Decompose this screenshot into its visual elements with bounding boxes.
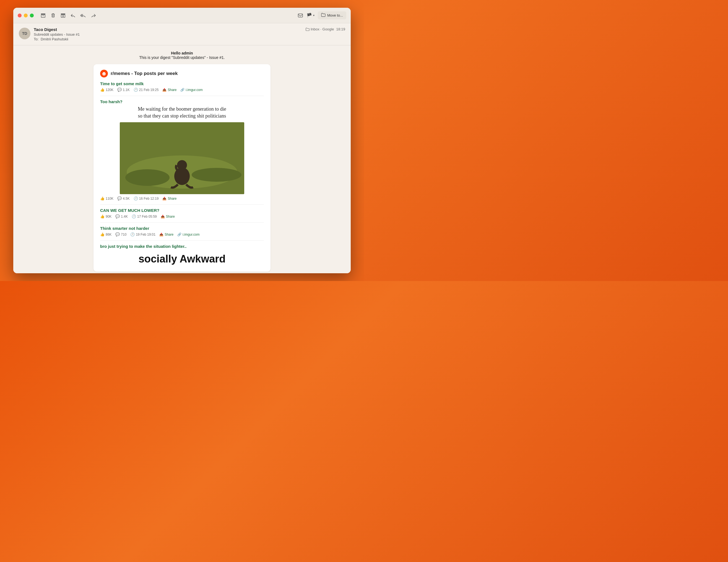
post-4-comments: 💬 710 xyxy=(115,232,126,236)
subreddit-title: r/memes - Top posts per week xyxy=(111,71,178,76)
post-4-share-link[interactable]: Share xyxy=(165,233,173,236)
post-1: Time to get some milk 👍 120K 💬 1.1K 🕐 21… xyxy=(100,81,264,92)
svg-point-24 xyxy=(177,160,187,170)
bottom-image-text: socially Awkward xyxy=(100,253,264,265)
maximize-button[interactable] xyxy=(30,14,34,17)
move-to-label: Move to... xyxy=(327,13,343,17)
post-1-external[interactable]: 🔗 i.imgur.com xyxy=(180,88,202,92)
divider-2 xyxy=(100,204,264,205)
post-1-comments: 💬 1.1K xyxy=(117,88,130,92)
email-hello: Hello admin xyxy=(22,51,342,55)
svg-point-22 xyxy=(192,168,241,182)
post-3-date: 🕐 17 Feb 05:59 xyxy=(132,214,157,218)
post-3-share[interactable]: 📤 Share xyxy=(161,215,175,218)
post-2-share-link[interactable]: Share xyxy=(168,197,176,201)
email-content[interactable]: Hello admin This is your digest "Subredd… xyxy=(13,45,351,273)
flag-icon: 🏴 xyxy=(306,13,312,18)
comment-icon-2: 💬 xyxy=(117,196,122,201)
email-header: TD Taco Digest Subreddit updates - Issue… xyxy=(13,23,351,45)
post-1-date: 🕐 21 Feb 19:25 xyxy=(134,88,159,92)
svg-point-21 xyxy=(125,169,170,186)
email-meta: Taco Digest Subreddit updates - Issue #1… xyxy=(34,27,306,41)
post-3-stats: 👍 90K 💬 1.4K 🕐 17 Feb 05:59 📤 Share xyxy=(100,214,264,218)
to-name: Dmitrii Pashutskii xyxy=(41,37,68,41)
post-2-share[interactable]: 📤 Share xyxy=(162,197,176,201)
flag-button[interactable]: 🏴 ▾ xyxy=(306,13,314,18)
share-icon-2: 📤 xyxy=(162,197,167,201)
move-to-button[interactable]: Move to... xyxy=(318,11,346,19)
email-intro-sub: This is your digest "Subreddit updates" … xyxy=(22,55,342,60)
toolbar-actions xyxy=(40,13,96,18)
meme-container: Me waiting for the boomer generation to … xyxy=(100,106,264,194)
post-3-upvotes: 👍 90K xyxy=(100,214,111,218)
svg-rect-11 xyxy=(298,14,303,17)
inbox-label: Inbox · Google xyxy=(306,27,334,31)
svg-rect-8 xyxy=(61,14,65,14)
post-1-upvotes: 👍 120K xyxy=(100,88,113,92)
divider-1 xyxy=(100,96,264,96)
post-4-external[interactable]: 🔗 i.imgur.com xyxy=(177,233,199,236)
svg-point-14 xyxy=(105,74,105,74)
post-2: Too harsh? Me waiting for the boomer gen… xyxy=(100,99,264,201)
email-subject: Subreddit updates - Issue #1 xyxy=(34,32,306,37)
archive-alt-icon[interactable] xyxy=(60,13,66,18)
post-4: Think smarter not harder 👍 86K 💬 710 🕐 1… xyxy=(100,226,264,236)
mailbox-icon[interactable] xyxy=(298,13,303,18)
post-2-comments: 💬 4.5K xyxy=(117,196,130,201)
folder-icon xyxy=(321,13,326,18)
clock-icon-2: 🕐 xyxy=(134,196,138,201)
post-1-share-link[interactable]: Share xyxy=(168,88,176,92)
external-icon: 🔗 xyxy=(180,88,184,92)
close-button[interactable] xyxy=(18,14,22,17)
post-3-comments: 💬 1.4K xyxy=(115,214,128,218)
clock-icon: 🕐 xyxy=(134,88,138,92)
upvote-icon-2: 👍 xyxy=(100,196,105,201)
post-1-share[interactable]: 📤 Share xyxy=(162,88,176,92)
titlebar-right: 🏴 ▾ Move to... xyxy=(298,11,346,19)
email-window: 🏴 ▾ Move to... TD Taco Digest Subreddit … xyxy=(13,8,351,273)
post-4-share[interactable]: 📤 Share xyxy=(159,233,173,236)
reddit-card: r/memes - Top posts per week Time to get… xyxy=(93,64,271,272)
minimize-button[interactable] xyxy=(24,14,28,17)
post-5-title[interactable]: bro just trying to make the situation li… xyxy=(100,244,264,249)
svg-rect-0 xyxy=(41,14,45,14)
email-meta-right: Inbox · Google 18:19 xyxy=(306,27,345,31)
divider-3 xyxy=(100,222,264,223)
meme-figure-svg xyxy=(120,122,244,194)
svg-rect-1 xyxy=(41,15,45,17)
titlebar: 🏴 ▾ Move to... xyxy=(13,8,351,23)
post-2-title[interactable]: Too harsh? xyxy=(100,99,264,104)
subreddit-header: r/memes - Top posts per week xyxy=(100,70,264,77)
post-1-title[interactable]: Time to get some milk xyxy=(100,81,264,86)
post-3-share-link[interactable]: Share xyxy=(166,215,175,218)
meme-text: Me waiting for the boomer generation to … xyxy=(100,106,264,119)
post-1-stats: 👍 120K 💬 1.1K 🕐 21 Feb 19:25 📤 Share xyxy=(100,88,264,92)
post-1-imgur-link[interactable]: i.imgur.com xyxy=(186,88,202,92)
reddit-logo xyxy=(100,70,108,77)
post-2-date: 🕐 16 Feb 12:19 xyxy=(134,196,159,201)
post-4-title[interactable]: Think smarter not harder xyxy=(100,226,264,231)
share-icon-4: 📤 xyxy=(159,233,163,236)
flag-dropdown-icon: ▾ xyxy=(313,14,314,17)
post-5: bro just trying to make the situation li… xyxy=(100,244,264,265)
post-4-imgur-link[interactable]: i.imgur.com xyxy=(183,233,199,236)
share-icon-3: 📤 xyxy=(161,215,165,218)
archive-icon[interactable] xyxy=(40,13,46,18)
sender-avatar: TD xyxy=(19,28,30,39)
reply-all-icon[interactable] xyxy=(80,13,86,18)
reply-icon[interactable] xyxy=(70,13,76,18)
traffic-lights xyxy=(18,14,34,17)
svg-point-15 xyxy=(104,72,105,73)
svg-point-13 xyxy=(103,74,104,74)
upvote-icon: 👍 xyxy=(100,88,105,92)
trash-icon[interactable] xyxy=(50,13,56,18)
upvote-icon-3: 👍 xyxy=(100,214,105,218)
meme-image xyxy=(120,122,244,194)
divider-4 xyxy=(100,240,264,241)
post-3-title[interactable]: CAN WE GET MUCH LOWER? xyxy=(100,208,264,213)
clock-icon-4: 🕐 xyxy=(130,232,135,236)
forward-icon[interactable] xyxy=(91,13,96,18)
svg-rect-4 xyxy=(52,14,54,17)
upvote-icon-4: 👍 xyxy=(100,232,105,236)
post-2-stats: 👍 110K 💬 4.5K 🕐 16 Feb 12:19 📤 Share xyxy=(100,196,264,201)
